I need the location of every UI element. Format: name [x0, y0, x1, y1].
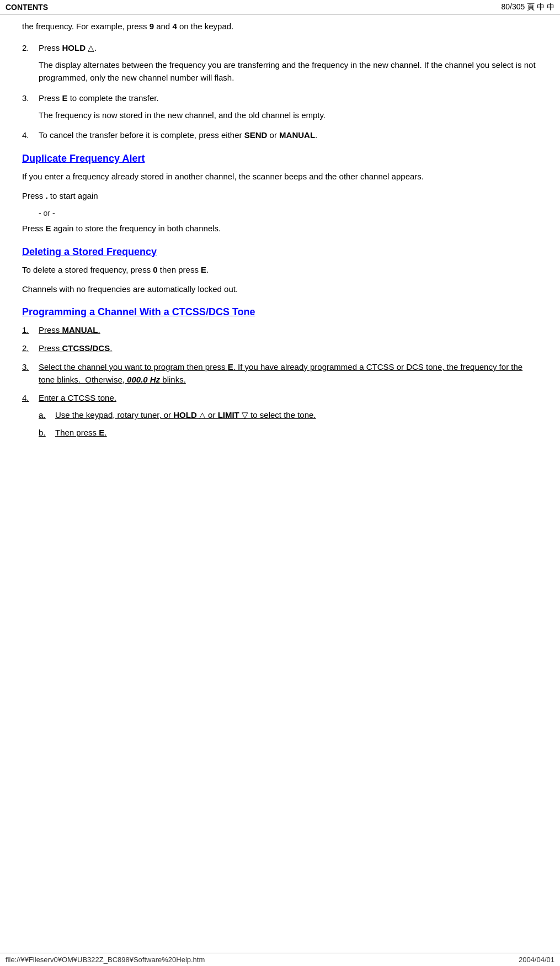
bottom-bar: file://¥¥Fileserv0¥OM¥UB322Z_BC898¥Softw…: [0, 953, 560, 966]
contents-label: CONTENTS: [6, 3, 48, 12]
top-bar: CONTENTS 80/305 頁 中 中: [0, 0, 560, 15]
page-number: 80/305 頁 中 中: [502, 2, 555, 12]
dup-freq-para3: Press E again to store the frequency in …: [22, 222, 538, 235]
prog-step-num: 4.: [22, 391, 39, 404]
sub-alpha: a.: [39, 408, 55, 421]
list-item: 3. Press E to complete the transfer. The…: [22, 92, 538, 122]
delete-para1: To delete a stored frequency, press 0 th…: [22, 263, 538, 276]
sub-content: Then press E.: [55, 426, 106, 439]
step-num: 4.: [22, 129, 39, 142]
prog-step-1: 1. Press MANUAL.: [22, 323, 538, 336]
ctcss-sub-list: a. Use the keypad, rotary tuner, or HOLD…: [39, 408, 538, 443]
list-item: 4. To cancel the transfer before it is c…: [22, 129, 538, 142]
hz-value: 000.0 Hz: [127, 375, 160, 384]
sub-content: Use the keypad, rotary tuner, or HOLD △ …: [55, 408, 316, 421]
step-content: To cancel the transfer before it is comp…: [39, 129, 538, 142]
duplicate-freq-heading: Duplicate Frequency Alert: [22, 153, 538, 164]
transfer-steps-list: 2. Press HOLD △. The display alternates …: [22, 42, 538, 142]
prog-step-4: 4. Enter a CTCSS tone. a. Use the keypad…: [22, 391, 538, 443]
delete-para2: Channels with no frequencies are automat…: [22, 283, 538, 295]
step-content: Press HOLD △. The display alternates bet…: [39, 42, 538, 84]
list-item: 2. Press HOLD △. The display alternates …: [22, 42, 538, 84]
prog-step-content: Press MANUAL.: [39, 323, 538, 336]
prog-step-num: 3.: [22, 360, 39, 386]
prog-step-2: 2. Press CTCSS/DCS.: [22, 342, 538, 354]
or-divider: - or -: [39, 209, 538, 217]
file-path: file://¥¥Fileserv0¥OM¥UB322Z_BC898¥Softw…: [6, 956, 205, 964]
ctcss-sub-b: b. Then press E.: [39, 426, 538, 439]
ctcss-sub-a: a. Use the keypad, rotary tuner, or HOLD…: [39, 408, 538, 421]
prog-step-num: 1.: [22, 323, 39, 336]
step-content: Press E to complete the transfer. The fr…: [39, 92, 538, 122]
step-num: 2.: [22, 42, 39, 84]
deleting-freq-heading: Deleting a Stored Frequency: [22, 246, 538, 258]
prog-step-content: Enter a CTCSS tone.: [39, 391, 538, 404]
prog-step-num: 2.: [22, 342, 39, 354]
intro-paragraph: the frequency. For example, press 9 and …: [22, 20, 538, 33]
sub-alpha: b.: [39, 426, 55, 439]
programming-steps-list: 1. Press MANUAL. 2. Press CTCSS/DCS. 3. …: [22, 323, 538, 443]
prog-step-content: Select the channel you want to program t…: [39, 360, 538, 386]
step-main-text: Press HOLD △.: [39, 43, 97, 52]
step-main-text: Press E to complete the transfer.: [39, 93, 159, 103]
step-sub-text: The display alternates between the frequ…: [39, 59, 538, 84]
dup-freq-para1: If you enter a frequency already stored …: [22, 170, 538, 183]
prog-step-3: 3. Select the channel you want to progra…: [22, 360, 538, 386]
step-sub-text: The frequency is now stored in the new c…: [39, 109, 538, 121]
date-stamp: 2004/04/01: [519, 956, 554, 964]
step-num: 3.: [22, 92, 39, 122]
step-main-text: To cancel the transfer before it is comp…: [39, 130, 317, 140]
main-content: the frequency. For example, press 9 and …: [0, 15, 560, 482]
dup-freq-para2: Press . to start again: [22, 189, 538, 202]
programming-heading: Programming a Channel With a CTCSS/DCS T…: [22, 306, 538, 318]
prog-step-content: Press CTCSS/DCS.: [39, 342, 538, 354]
